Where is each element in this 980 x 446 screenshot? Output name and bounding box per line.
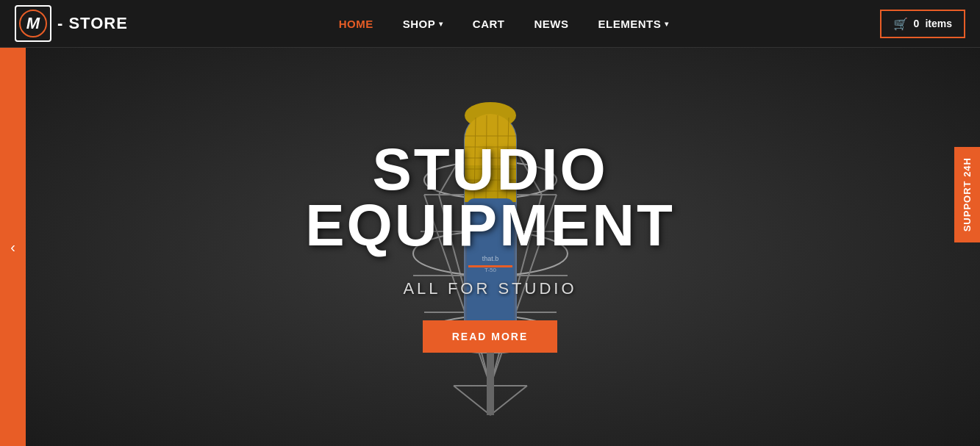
cart-label: items	[925, 18, 952, 29]
svg-line-14	[490, 386, 527, 415]
cart-icon: 🛒	[893, 17, 908, 31]
nav-home[interactable]: HOME	[339, 18, 373, 30]
chevron-left-icon: ‹	[10, 239, 15, 256]
logo-circle-decoration	[19, 10, 47, 37]
svg-line-13	[454, 386, 490, 415]
hero-title-line2: EQUIPMENT	[305, 193, 675, 258]
support-tab[interactable]: SUPPORT 24H	[954, 147, 980, 242]
nav-elements[interactable]: ELEMENTS ▾	[598, 18, 668, 30]
support-label: SUPPORT 24H	[962, 157, 973, 231]
hero-content: STUDIO EQUIPMENT ALL FOR STUDIO READ MOR…	[305, 142, 675, 353]
hero-section: that.b T-50 STUDIO EQUIPMENT ALL FOR STU…	[0, 48, 980, 446]
svg-rect-35	[487, 351, 494, 415]
nav-cart[interactable]: CART	[473, 18, 505, 30]
hero-title: STUDIO EQUIPMENT	[305, 142, 675, 253]
cart-count: 0	[914, 18, 920, 29]
chevron-down-icon-2: ▾	[665, 20, 669, 28]
hero-divider	[468, 265, 512, 267]
hero-subtitle: ALL FOR STUDIO	[305, 279, 675, 298]
slider-prev-arrow[interactable]: ‹	[0, 48, 26, 446]
cart-button[interactable]: 🛒 0 items	[880, 10, 965, 38]
read-more-button[interactable]: READ MORE	[423, 320, 558, 353]
nav-news[interactable]: NEWS	[534, 18, 568, 30]
nav-shop[interactable]: SHOP ▾	[403, 18, 443, 30]
chevron-down-icon: ▾	[439, 20, 443, 28]
header: M - STORE HOME SHOP ▾ CART NEWS ELEMENTS…	[0, 0, 980, 48]
main-nav: HOME SHOP ▾ CART NEWS ELEMENTS ▾	[339, 18, 669, 30]
logo-icon: M	[15, 5, 51, 42]
logo[interactable]: M - STORE	[15, 5, 128, 42]
logo-text: - STORE	[57, 14, 128, 33]
